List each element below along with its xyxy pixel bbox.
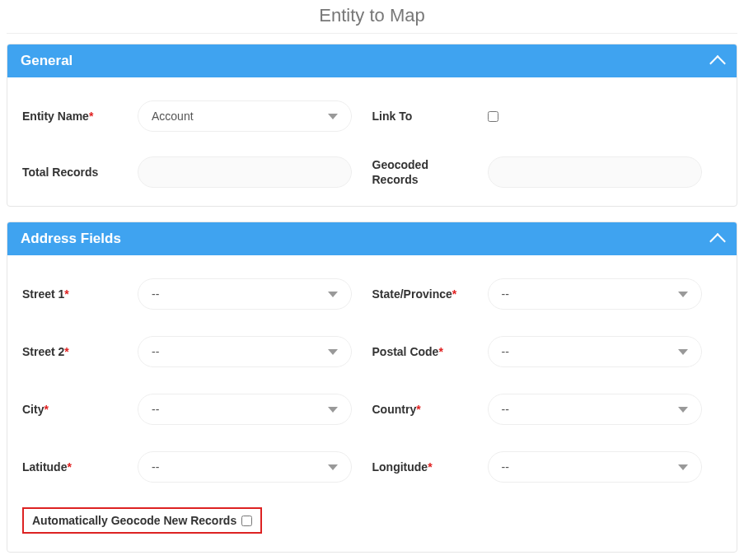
link-to-checkbox[interactable] <box>488 111 498 122</box>
latitude-label: Latitude* <box>22 460 138 474</box>
geocoded-records-field <box>488 156 702 188</box>
country-label: Country* <box>372 403 488 416</box>
entity-name-select[interactable]: Account <box>138 100 352 132</box>
street1-value: -- <box>152 287 159 301</box>
street2-label: Street 2* <box>22 345 138 358</box>
country-select[interactable]: -- <box>488 394 702 425</box>
link-to-label: Link To <box>372 110 488 123</box>
entity-name-label: Entity Name* <box>22 110 138 123</box>
state-province-select[interactable]: -- <box>488 278 702 310</box>
address-panel: Address Fields Street 1* -- State/Provin… <box>7 222 737 553</box>
dropdown-icon <box>678 292 688 297</box>
dropdown-icon <box>678 349 688 355</box>
geocoded-records-label: Geocoded Records <box>372 157 471 187</box>
city-value: -- <box>152 403 159 416</box>
longitude-value: -- <box>502 460 509 474</box>
auto-geocode-checkbox[interactable] <box>241 516 252 526</box>
longitude-label: Longitude* <box>372 460 488 474</box>
address-panel-header[interactable]: Address Fields <box>7 222 737 255</box>
country-value: -- <box>502 403 509 416</box>
state-province-value: -- <box>502 287 509 301</box>
postal-code-label: Postal Code* <box>372 345 488 358</box>
chevron-up-icon <box>709 55 726 72</box>
total-records-field <box>138 156 352 188</box>
entity-name-value: Account <box>152 110 194 123</box>
street1-select[interactable]: -- <box>138 278 352 310</box>
address-panel-body: Street 1* -- State/Province* -- Street 2… <box>7 255 737 552</box>
street2-value: -- <box>152 345 159 358</box>
general-panel-body: Entity Name* Account Link To Total Recor… <box>7 77 737 206</box>
dropdown-icon <box>678 407 688 413</box>
street2-select[interactable]: -- <box>138 336 352 367</box>
page-title: Entity to Map <box>0 0 744 33</box>
longitude-select[interactable]: -- <box>488 451 702 483</box>
latitude-value: -- <box>152 460 159 474</box>
chevron-up-icon <box>709 233 726 250</box>
state-province-label: State/Province* <box>372 287 488 301</box>
total-records-label: Total Records <box>22 166 138 179</box>
general-panel: General Entity Name* Account Link To <box>7 44 737 207</box>
city-select[interactable]: -- <box>138 394 352 425</box>
dropdown-icon <box>328 464 338 470</box>
general-panel-header[interactable]: General <box>7 44 737 77</box>
title-divider <box>7 33 737 34</box>
street1-label: Street 1* <box>22 287 138 301</box>
dropdown-icon <box>328 349 338 355</box>
latitude-select[interactable]: -- <box>138 451 352 483</box>
city-label: City* <box>22 403 138 416</box>
dropdown-icon <box>678 464 688 470</box>
dropdown-icon <box>328 292 338 297</box>
postal-code-select[interactable]: -- <box>488 336 702 367</box>
dropdown-icon <box>328 114 338 119</box>
auto-geocode-label: Automatically Geocode New Records <box>32 514 236 527</box>
postal-code-value: -- <box>502 345 509 358</box>
auto-geocode-highlight: Automatically Geocode New Records <box>22 507 262 534</box>
dropdown-icon <box>328 407 338 413</box>
address-panel-title: Address Fields <box>21 231 121 247</box>
general-panel-title: General <box>21 53 73 69</box>
